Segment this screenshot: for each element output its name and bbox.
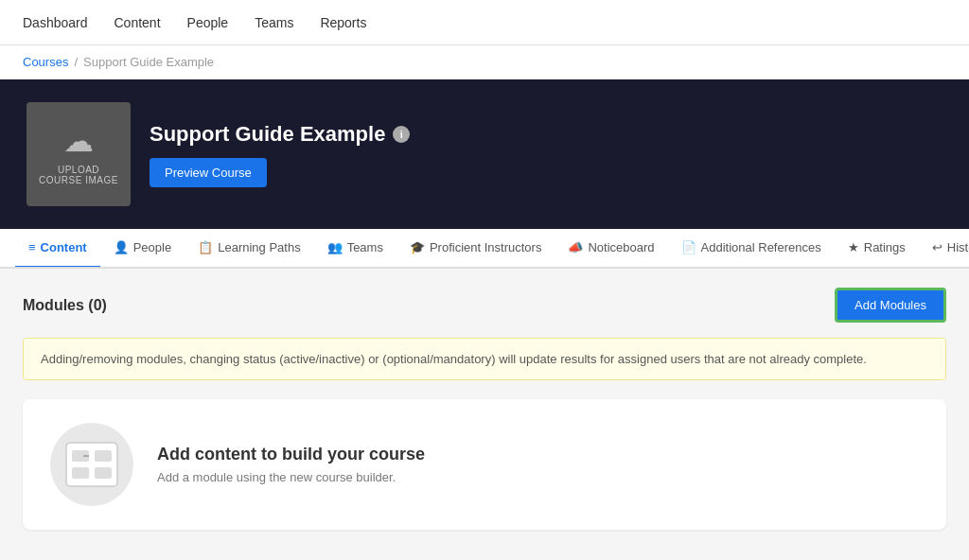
modules-title: Modules (0)	[23, 297, 107, 314]
course-title-text: Support Guide Example	[150, 122, 385, 147]
nav-dashboard[interactable]: Dashboard	[23, 15, 88, 30]
breadcrumb-separator: /	[74, 55, 78, 69]
empty-state-heading: Add content to build your course	[157, 445, 425, 464]
info-icon[interactable]: i	[393, 126, 410, 143]
breadcrumb-parent[interactable]: Courses	[23, 55, 68, 69]
ratings-tab-icon: ★	[848, 240, 859, 254]
people-tab-icon: 👤	[114, 240, 129, 254]
main-content: Modules (0) Add Modules Adding/removing …	[0, 269, 969, 549]
content-tab-icon: ≡	[28, 240, 36, 254]
svg-rect-1	[66, 443, 117, 486]
empty-state-subtext: Add a module using the new course builde…	[157, 470, 425, 484]
tab-references-label: Additional References	[701, 240, 821, 254]
history-tab-icon: ↩	[932, 240, 943, 254]
empty-state-illustration	[49, 422, 134, 507]
course-info: Support Guide Example i Preview Course	[150, 122, 943, 187]
references-tab-icon: 📄	[681, 240, 696, 254]
svg-rect-4	[72, 467, 89, 479]
tab-history-label: History	[947, 240, 969, 254]
nav-teams[interactable]: Teams	[255, 15, 293, 30]
tab-content[interactable]: ≡ Content	[15, 229, 100, 269]
top-navigation: Dashboard Content People Teams Reports	[0, 0, 969, 45]
info-banner: Adding/removing modules, changing status…	[23, 338, 946, 380]
learning-paths-tab-icon: 📋	[198, 240, 213, 254]
noticeboard-tab-icon: 📣	[568, 240, 583, 254]
upload-label-line1: UPLOAD	[58, 165, 99, 175]
tab-people-label: People	[133, 240, 171, 254]
breadcrumb-current: Support Guide Example	[83, 55, 214, 69]
empty-state: Add content to build your course Add a m…	[23, 399, 946, 530]
preview-course-button[interactable]: Preview Course	[150, 158, 267, 187]
empty-state-text: Add content to build your course Add a m…	[157, 445, 425, 484]
svg-rect-3	[95, 450, 112, 462]
instructors-tab-icon: 🎓	[410, 240, 425, 254]
nav-people[interactable]: People	[187, 15, 229, 30]
course-title-row: Support Guide Example i	[150, 122, 943, 147]
tab-learning-paths[interactable]: 📋 Learning Paths	[185, 229, 313, 269]
tab-content-label: Content	[41, 240, 87, 254]
svg-rect-5	[95, 467, 112, 479]
add-modules-button[interactable]: Add Modules	[835, 288, 946, 323]
info-banner-text: Adding/removing modules, changing status…	[41, 352, 867, 366]
tab-people[interactable]: 👤 People	[100, 229, 185, 269]
upload-label-line2: COURSE IMAGE	[39, 175, 118, 185]
tab-ratings[interactable]: ★ Ratings	[835, 229, 919, 269]
tab-noticeboard-label: Noticeboard	[588, 240, 654, 254]
tab-instructors[interactable]: 🎓 Proficient Instructors	[396, 229, 555, 269]
course-header: ☁ UPLOAD COURSE IMAGE Support Guide Exam…	[0, 79, 969, 229]
breadcrumb: Courses / Support Guide Example	[0, 45, 969, 79]
modules-header: Modules (0) Add Modules	[23, 288, 946, 323]
tab-noticeboard[interactable]: 📣 Noticeboard	[555, 229, 667, 269]
tab-teams-label: Teams	[347, 240, 383, 254]
tab-references[interactable]: 📄 Additional References	[668, 229, 835, 269]
tab-history[interactable]: ↩ History	[919, 229, 969, 269]
tab-learning-paths-label: Learning Paths	[218, 240, 300, 254]
upload-course-image[interactable]: ☁ UPLOAD COURSE IMAGE	[26, 102, 131, 206]
tab-instructors-label: Proficient Instructors	[430, 240, 542, 254]
teams-tab-icon: 👥	[327, 240, 343, 254]
tab-ratings-label: Ratings	[864, 240, 906, 254]
tab-teams[interactable]: 👥 Teams	[314, 229, 396, 269]
nav-content[interactable]: Content	[115, 15, 161, 30]
upload-icon: ☁	[63, 123, 95, 159]
nav-reports[interactable]: Reports	[320, 15, 366, 30]
tabs-bar: ≡ Content 👤 People 📋 Learning Paths 👥 Te…	[0, 229, 969, 269]
